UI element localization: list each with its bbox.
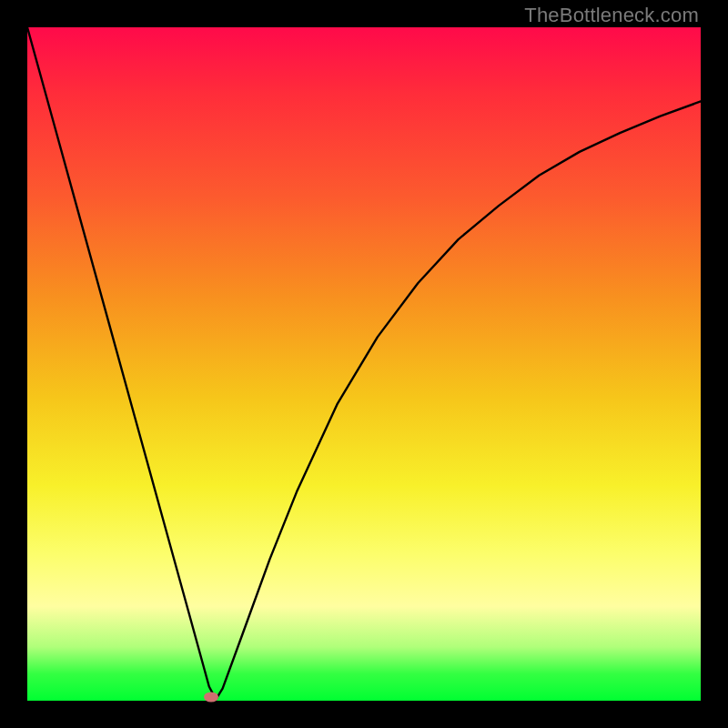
watermark-label: TheBottleneck.com [524, 4, 699, 27]
min-marker [204, 693, 218, 703]
curve-path [27, 27, 701, 700]
plot-area [27, 27, 701, 701]
curve-svg [27, 27, 701, 701]
chart-frame: TheBottleneck.com [0, 0, 728, 728]
